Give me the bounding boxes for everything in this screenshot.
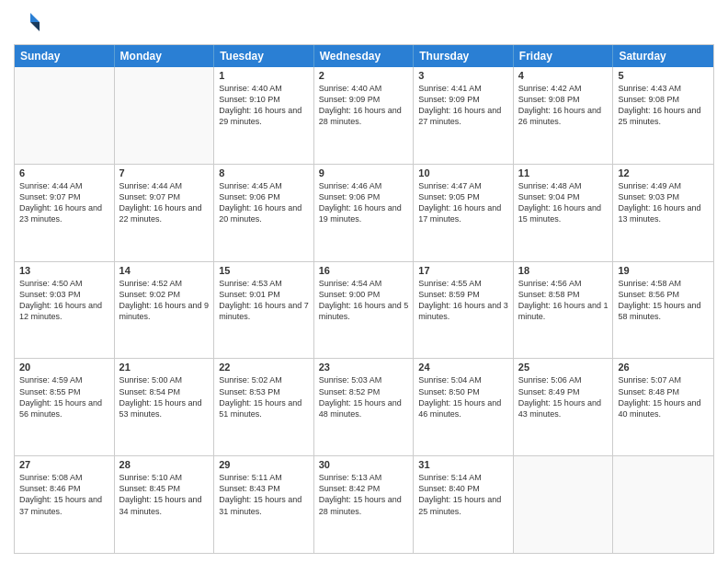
header-day-tuesday: Tuesday xyxy=(214,45,314,67)
header-day-sunday: Sunday xyxy=(15,45,115,67)
day-cell-21: 21Sunrise: 5:00 AMSunset: 8:54 PMDayligh… xyxy=(115,359,215,455)
cell-info: Sunrise: 4:41 AMSunset: 9:09 PMDaylight:… xyxy=(418,83,508,128)
calendar-row-1: 6Sunrise: 4:44 AMSunset: 9:07 PMDaylight… xyxy=(15,164,713,261)
day-number: 5 xyxy=(618,70,709,81)
calendar-row-0: 1Sunrise: 4:40 AMSunset: 9:10 PMDaylight… xyxy=(15,67,713,164)
day-cell-19: 19Sunrise: 4:58 AMSunset: 8:56 PMDayligh… xyxy=(613,262,713,359)
cell-info: Sunrise: 4:47 AMSunset: 9:05 PMDaylight:… xyxy=(418,180,508,225)
empty-cell-4-5 xyxy=(514,456,614,553)
cell-info: Sunrise: 4:46 AMSunset: 9:06 PMDaylight:… xyxy=(319,180,409,225)
logo xyxy=(14,9,45,37)
header-day-friday: Friday xyxy=(514,45,614,67)
calendar-row-2: 13Sunrise: 4:50 AMSunset: 9:03 PMDayligh… xyxy=(15,261,713,359)
cell-info: Sunrise: 4:48 AMSunset: 9:04 PMDaylight:… xyxy=(518,180,609,225)
day-number: 3 xyxy=(418,70,508,81)
cell-info: Sunrise: 4:40 AMSunset: 9:10 PMDaylight:… xyxy=(219,83,309,128)
cell-info: Sunrise: 5:07 AMSunset: 8:48 PMDaylight:… xyxy=(618,374,709,419)
header-day-monday: Monday xyxy=(115,45,215,67)
day-cell-29: 29Sunrise: 5:11 AMSunset: 8:43 PMDayligh… xyxy=(214,456,314,553)
day-number: 29 xyxy=(219,459,309,470)
day-cell-16: 16Sunrise: 4:54 AMSunset: 9:00 PMDayligh… xyxy=(314,262,415,359)
day-cell-28: 28Sunrise: 5:10 AMSunset: 8:45 PMDayligh… xyxy=(115,456,215,553)
cell-info: Sunrise: 4:56 AMSunset: 8:58 PMDaylight:… xyxy=(518,278,609,323)
header-day-wednesday: Wednesday xyxy=(314,45,415,67)
cell-info: Sunrise: 4:50 AMSunset: 9:03 PMDaylight:… xyxy=(19,278,109,323)
day-number: 12 xyxy=(618,167,709,178)
cell-info: Sunrise: 5:08 AMSunset: 8:46 PMDaylight:… xyxy=(19,472,109,517)
day-cell-11: 11Sunrise: 4:48 AMSunset: 9:04 PMDayligh… xyxy=(514,165,614,261)
calendar-body: 1Sunrise: 4:40 AMSunset: 9:10 PMDaylight… xyxy=(15,67,713,553)
day-number: 24 xyxy=(418,362,508,373)
day-cell-22: 22Sunrise: 5:02 AMSunset: 8:53 PMDayligh… xyxy=(214,359,314,455)
cell-info: Sunrise: 5:03 AMSunset: 8:52 PMDaylight:… xyxy=(319,374,409,419)
header xyxy=(14,9,714,37)
day-number: 13 xyxy=(19,265,109,276)
day-number: 9 xyxy=(319,167,409,178)
day-cell-4: 4Sunrise: 4:42 AMSunset: 9:08 PMDaylight… xyxy=(514,67,614,164)
day-cell-12: 12Sunrise: 4:49 AMSunset: 9:03 PMDayligh… xyxy=(613,165,713,261)
day-number: 16 xyxy=(319,265,409,276)
cell-info: Sunrise: 4:58 AMSunset: 8:56 PMDaylight:… xyxy=(618,278,709,323)
cell-info: Sunrise: 5:14 AMSunset: 8:40 PMDaylight:… xyxy=(418,472,508,517)
day-cell-1: 1Sunrise: 4:40 AMSunset: 9:10 PMDaylight… xyxy=(214,67,314,164)
day-number: 15 xyxy=(219,265,309,276)
day-number: 2 xyxy=(319,70,409,81)
logo-icon xyxy=(14,9,41,37)
day-cell-10: 10Sunrise: 4:47 AMSunset: 9:05 PMDayligh… xyxy=(414,165,514,261)
calendar-row-3: 20Sunrise: 4:59 AMSunset: 8:55 PMDayligh… xyxy=(15,358,713,455)
day-cell-8: 8Sunrise: 4:45 AMSunset: 9:06 PMDaylight… xyxy=(214,165,314,261)
day-number: 25 xyxy=(518,362,609,373)
day-number: 27 xyxy=(19,459,109,470)
svg-marker-1 xyxy=(30,22,40,31)
cell-info: Sunrise: 5:11 AMSunset: 8:43 PMDaylight:… xyxy=(219,472,309,517)
day-number: 11 xyxy=(518,167,609,178)
day-cell-20: 20Sunrise: 4:59 AMSunset: 8:55 PMDayligh… xyxy=(15,359,115,455)
page: SundayMondayTuesdayWednesdayThursdayFrid… xyxy=(0,0,728,563)
day-cell-3: 3Sunrise: 4:41 AMSunset: 9:09 PMDaylight… xyxy=(414,67,514,164)
day-cell-26: 26Sunrise: 5:07 AMSunset: 8:48 PMDayligh… xyxy=(613,359,713,455)
day-cell-18: 18Sunrise: 4:56 AMSunset: 8:58 PMDayligh… xyxy=(514,262,614,359)
day-number: 28 xyxy=(119,459,210,470)
day-cell-7: 7Sunrise: 4:44 AMSunset: 9:07 PMDaylight… xyxy=(115,165,215,261)
day-number: 26 xyxy=(618,362,709,373)
empty-cell-0-1 xyxy=(115,67,215,164)
day-number: 20 xyxy=(19,362,109,373)
day-number: 23 xyxy=(319,362,409,373)
day-cell-17: 17Sunrise: 4:55 AMSunset: 8:59 PMDayligh… xyxy=(414,262,514,359)
day-number: 31 xyxy=(418,459,508,470)
cell-info: Sunrise: 5:04 AMSunset: 8:50 PMDaylight:… xyxy=(418,374,508,419)
cell-info: Sunrise: 5:06 AMSunset: 8:49 PMDaylight:… xyxy=(518,374,609,419)
cell-info: Sunrise: 5:13 AMSunset: 8:42 PMDaylight:… xyxy=(319,472,409,517)
day-number: 19 xyxy=(618,265,709,276)
day-cell-2: 2Sunrise: 4:40 AMSunset: 9:09 PMDaylight… xyxy=(314,67,415,164)
cell-info: Sunrise: 4:44 AMSunset: 9:07 PMDaylight:… xyxy=(119,180,210,225)
day-number: 17 xyxy=(418,265,508,276)
cell-info: Sunrise: 4:52 AMSunset: 9:02 PMDaylight:… xyxy=(119,278,210,323)
day-cell-23: 23Sunrise: 5:03 AMSunset: 8:52 PMDayligh… xyxy=(314,359,415,455)
day-cell-5: 5Sunrise: 4:43 AMSunset: 9:08 PMDaylight… xyxy=(613,67,713,164)
cell-info: Sunrise: 4:43 AMSunset: 9:08 PMDaylight:… xyxy=(618,83,709,128)
cell-info: Sunrise: 4:53 AMSunset: 9:01 PMDaylight:… xyxy=(219,278,309,323)
cell-info: Sunrise: 4:42 AMSunset: 9:08 PMDaylight:… xyxy=(518,83,609,128)
header-day-thursday: Thursday xyxy=(414,45,514,67)
header-day-saturday: Saturday xyxy=(613,45,713,67)
day-number: 21 xyxy=(119,362,210,373)
day-number: 18 xyxy=(518,265,609,276)
calendar-row-4: 27Sunrise: 5:08 AMSunset: 8:46 PMDayligh… xyxy=(15,455,713,553)
day-cell-9: 9Sunrise: 4:46 AMSunset: 9:06 PMDaylight… xyxy=(314,165,415,261)
cell-info: Sunrise: 5:00 AMSunset: 8:54 PMDaylight:… xyxy=(119,374,210,419)
day-number: 30 xyxy=(319,459,409,470)
empty-cell-0-0 xyxy=(15,67,115,164)
cell-info: Sunrise: 4:54 AMSunset: 9:00 PMDaylight:… xyxy=(319,278,409,323)
day-number: 8 xyxy=(219,167,309,178)
day-number: 22 xyxy=(219,362,309,373)
day-cell-6: 6Sunrise: 4:44 AMSunset: 9:07 PMDaylight… xyxy=(15,165,115,261)
day-cell-25: 25Sunrise: 5:06 AMSunset: 8:49 PMDayligh… xyxy=(514,359,614,455)
cell-info: Sunrise: 4:49 AMSunset: 9:03 PMDaylight:… xyxy=(618,180,709,225)
cell-info: Sunrise: 4:40 AMSunset: 9:09 PMDaylight:… xyxy=(319,83,409,128)
cell-info: Sunrise: 4:55 AMSunset: 8:59 PMDaylight:… xyxy=(418,278,508,323)
day-cell-27: 27Sunrise: 5:08 AMSunset: 8:46 PMDayligh… xyxy=(15,456,115,553)
cell-info: Sunrise: 4:45 AMSunset: 9:06 PMDaylight:… xyxy=(219,180,309,225)
day-cell-14: 14Sunrise: 4:52 AMSunset: 9:02 PMDayligh… xyxy=(115,262,215,359)
cell-info: Sunrise: 5:02 AMSunset: 8:53 PMDaylight:… xyxy=(219,374,309,419)
